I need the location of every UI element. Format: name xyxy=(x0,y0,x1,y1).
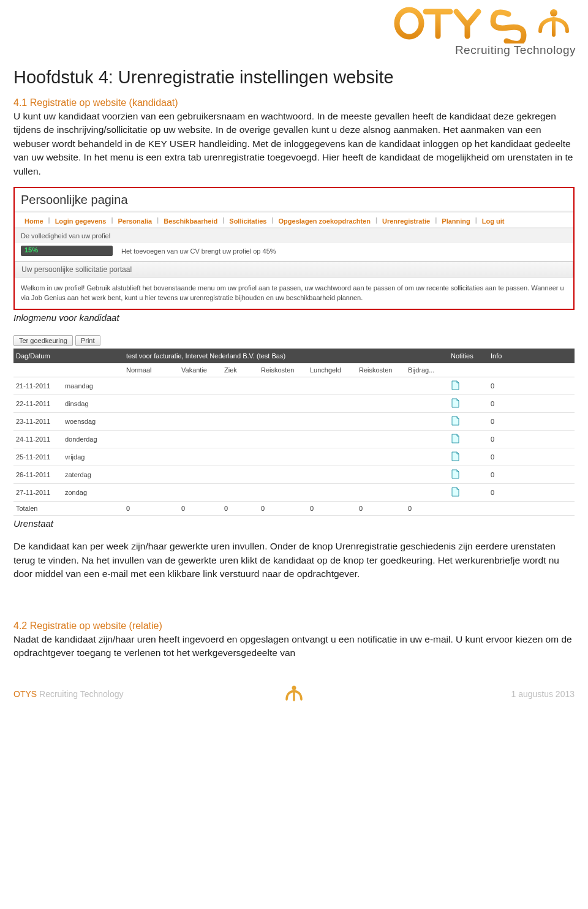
page-footer: OTYS Recruiting Technology 1 augustus 20… xyxy=(13,689,575,699)
col-dagdatum: Dag/Datum xyxy=(13,349,124,363)
note-icon[interactable] xyxy=(451,487,459,497)
cell-info: 0 xyxy=(488,382,522,390)
cell-date: 26-11-2011 xyxy=(13,471,62,478)
cell-date: 25-11-2011 xyxy=(13,453,62,461)
cell-date: 27-11-2011 xyxy=(13,489,62,496)
print-button[interactable]: Print xyxy=(75,335,100,346)
tab-urenregistratie[interactable]: Urenregistratie xyxy=(377,216,435,226)
subcol-normaal: Normaal xyxy=(124,366,179,374)
welcome-text: Welkom in uw profiel! Gebruik alstublief… xyxy=(15,277,573,309)
portal-header: Uw persoonlijke sollicitatie portaal xyxy=(15,262,573,277)
para-2: De kandidaat kan per week zijn/haar gewe… xyxy=(13,540,575,581)
tab-personalia[interactable]: Personalia xyxy=(113,216,157,226)
table-row: 21-11-2011maandag0 xyxy=(13,377,575,395)
cell-date: 22-11-2011 xyxy=(13,400,62,407)
brand-logo: Recruiting Technology xyxy=(392,3,576,57)
subcol-reiskosten1: Reiskosten xyxy=(258,366,307,374)
progress-pct: 15% xyxy=(24,246,38,254)
progress-bar: 15% xyxy=(21,246,113,256)
col-info: Info xyxy=(488,349,522,363)
cell-day: vrijdag xyxy=(62,453,124,461)
otys-logo-icon xyxy=(392,3,576,43)
tab-sollicitaties[interactable]: Sollicitaties xyxy=(224,216,271,226)
totals-row: Totalen 0 0 0 0 0 0 0 xyxy=(13,502,575,516)
tab-loguit[interactable]: Log uit xyxy=(477,216,510,226)
section-42-title: 4.2 Registratie op website (relatie) xyxy=(13,620,575,632)
cell-day: donderdag xyxy=(62,436,124,443)
table-row: 27-11-2011zondag0 xyxy=(13,484,575,502)
cell-day: zaterdag xyxy=(62,471,124,478)
totals-label: Totalen xyxy=(13,505,62,512)
subcol-reiskosten2: Reiskosten xyxy=(356,366,405,374)
section-41-title: 4.1 Registratie op website (kandidaat) xyxy=(13,97,575,108)
col-notities: Notities xyxy=(448,349,488,363)
subcol-lunchgeld: Lunchgeld xyxy=(307,366,356,374)
cell-date: 23-11-2011 xyxy=(13,418,62,425)
tab-home[interactable]: Home xyxy=(20,216,48,226)
para-1: U kunt uw kandidaat voorzien van een geb… xyxy=(13,110,575,178)
page-title: Hoofdstuk 4: Urenregistratie instellinge… xyxy=(13,67,575,88)
cell-info: 0 xyxy=(488,436,522,443)
tab-login[interactable]: Login gegevens xyxy=(50,216,111,226)
note-icon[interactable] xyxy=(451,416,459,426)
note-icon[interactable] xyxy=(451,434,459,443)
cell-info: 0 xyxy=(488,418,522,425)
svg-point-1 xyxy=(550,9,557,17)
progress-hint: Het toevoegen van uw CV brengt uw profie… xyxy=(121,247,276,255)
table-row: 25-11-2011vrijdag0 xyxy=(13,448,575,466)
brand-tagline: Recruiting Technology xyxy=(392,43,576,57)
col-project: test voor facturatie, Intervet Nederland… xyxy=(124,349,448,363)
subheader-row: Normaal Vakantie Ziek Reiskosten Lunchge… xyxy=(13,363,575,377)
note-icon[interactable] xyxy=(451,451,459,461)
ter-goedkeuring-button[interactable]: Ter goedkeuring xyxy=(13,335,73,346)
para-3: Nadat de kandidaat zijn/haar uren heeft … xyxy=(13,633,575,660)
cell-info: 0 xyxy=(488,489,522,496)
profile-completeness-label: De volledigheid van uw profiel xyxy=(15,228,573,243)
subcol-bijdrag: Bijdrag... xyxy=(405,366,448,374)
cell-day: woensdag xyxy=(62,418,124,425)
cell-date: 24-11-2011 xyxy=(13,436,62,443)
footer-brand: OTYS xyxy=(13,689,37,699)
table-row: 26-11-2011zaterdag0 xyxy=(13,466,575,484)
note-icon[interactable] xyxy=(451,398,459,408)
cell-day: dinsdag xyxy=(62,400,124,407)
footer-logo-icon xyxy=(284,684,304,704)
caption-inlogmenu: Inlogmenu voor kandidaat xyxy=(13,312,575,323)
timesheet-header: Dag/Datum test voor facturatie, Intervet… xyxy=(13,349,575,363)
screenshot-urenstaat: Ter goedkeuring Print Dag/Datum test voo… xyxy=(13,334,575,516)
note-icon[interactable] xyxy=(451,380,459,390)
footer-rest: Recruiting Technology xyxy=(37,689,123,699)
cell-day: zondag xyxy=(62,489,124,496)
cell-date: 21-11-2011 xyxy=(13,382,62,390)
screenshot-inlogmenu: Persoonlijke pagina Home| Login gegevens… xyxy=(13,187,575,310)
cell-info: 0 xyxy=(488,400,522,407)
tab-opgeslagen[interactable]: Opgeslagen zoekopdrachten xyxy=(274,216,375,226)
svg-point-2 xyxy=(292,685,296,690)
subcol-vakantie: Vakantie xyxy=(179,366,222,374)
profile-tabs: Home| Login gegevens| Personalia| Beschi… xyxy=(15,211,573,228)
footer-date: 1 augustus 2013 xyxy=(511,689,575,699)
table-row: 22-11-2011dinsdag0 xyxy=(13,395,575,413)
tab-planning[interactable]: Planning xyxy=(437,216,475,226)
subcol-ziek: Ziek xyxy=(222,366,258,374)
cell-day: maandag xyxy=(62,382,124,390)
note-icon[interactable] xyxy=(451,469,459,479)
table-row: 23-11-2011woensdag0 xyxy=(13,413,575,431)
cell-info: 0 xyxy=(488,471,522,478)
cell-info: 0 xyxy=(488,453,522,461)
profile-page-title: Persoonlijke pagina xyxy=(15,188,573,211)
svg-point-0 xyxy=(397,10,421,37)
caption-urenstaat: Urenstaat xyxy=(13,518,575,529)
table-row: 24-11-2011donderdag0 xyxy=(13,431,575,448)
tab-beschikbaarheid[interactable]: Beschikbaarheid xyxy=(159,216,222,226)
